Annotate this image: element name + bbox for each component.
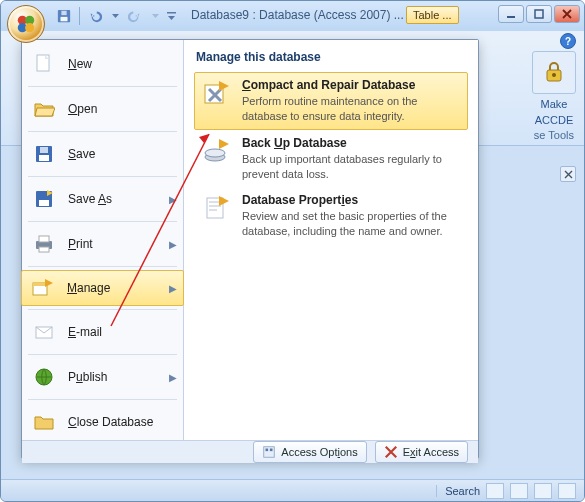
- svg-rect-5: [61, 17, 68, 21]
- qat-save-button[interactable]: [55, 7, 73, 25]
- svg-rect-19: [39, 236, 49, 242]
- menu-separator: [28, 266, 177, 267]
- minimize-button[interactable]: [498, 5, 524, 23]
- save-icon: [57, 9, 71, 23]
- view-button-1[interactable]: [486, 483, 504, 499]
- help-button[interactable]: ?: [560, 33, 576, 49]
- submenu-item-compact-repair[interactable]: Compact and Repair Database Perform rout…: [194, 72, 468, 130]
- menu-separator: [28, 399, 177, 400]
- menu-item-label: Publish: [68, 370, 107, 384]
- exit-access-button[interactable]: Exit Access: [375, 441, 468, 463]
- view-button-3[interactable]: [534, 483, 552, 499]
- minimize-icon: [506, 9, 516, 19]
- folder-closed-icon: [30, 410, 58, 434]
- maximize-icon: [534, 9, 544, 19]
- chevron-down-icon: [152, 13, 159, 20]
- menu-item-label: Manage: [67, 281, 110, 295]
- backup-icon: [200, 136, 232, 168]
- svg-rect-20: [39, 247, 49, 252]
- close-icon: [562, 9, 572, 19]
- menu-item-publish[interactable]: Publish ▶: [22, 359, 183, 395]
- office-menu-right: Manage this database Compact and Repair …: [184, 40, 478, 440]
- menu-item-open[interactable]: Open: [22, 91, 183, 127]
- app-window: Database9 : Database (Access 2007) ... T…: [0, 0, 585, 502]
- view-button-2[interactable]: [510, 483, 528, 499]
- menu-item-label: Save: [68, 147, 95, 161]
- qat-separator: [79, 7, 80, 25]
- submenu-item-title: Database Properties: [242, 193, 462, 207]
- svg-rect-30: [266, 449, 269, 452]
- submenu-arrow-icon: ▶: [169, 194, 177, 205]
- statusbar: Search: [1, 479, 584, 501]
- svg-rect-22: [33, 283, 47, 286]
- window-controls: [498, 5, 580, 23]
- view-button-4[interactable]: [558, 483, 576, 499]
- ribbon-group-label: se Tools: [534, 129, 574, 141]
- folder-open-icon: [30, 97, 58, 121]
- access-options-button[interactable]: Access Options: [253, 441, 366, 463]
- submenu-item-desc: Perform routine maintenance on the datab…: [242, 94, 462, 124]
- menu-item-manage[interactable]: Manage ▶: [21, 270, 184, 306]
- properties-icon: [200, 193, 232, 225]
- manage-icon: [29, 276, 57, 300]
- menu-item-save-as[interactable]: Save As ▶: [22, 181, 183, 217]
- make-accde-label-2: ACCDE: [532, 114, 576, 126]
- publish-icon: [30, 365, 58, 389]
- quick-access-toolbar: [55, 7, 176, 25]
- office-logo-icon: [15, 13, 37, 35]
- submenu-arrow-icon: ▶: [169, 372, 177, 383]
- save-disk-icon: [30, 142, 58, 166]
- submenu-item-desc: Back up important databases regularly to…: [242, 152, 462, 182]
- titlebar: Database9 : Database (Access 2007) ... T…: [1, 1, 584, 31]
- new-document-icon: [30, 52, 58, 76]
- menu-item-label: E-mail: [68, 325, 102, 339]
- menu-item-label: Save As: [68, 192, 112, 206]
- menu-item-save[interactable]: Save: [22, 136, 183, 172]
- submenu-item-db-properties[interactable]: Database Properties Review and set the b…: [194, 187, 468, 245]
- menu-item-label: Open: [68, 102, 97, 116]
- submenu-item-title: Compact and Repair Database: [242, 78, 462, 92]
- menu-separator: [28, 131, 177, 132]
- submenu-item-back-up[interactable]: Back Up Database Back up important datab…: [194, 130, 468, 188]
- exit-icon: [384, 445, 398, 459]
- svg-rect-6: [61, 11, 66, 15]
- qat-redo-dropdown[interactable]: [150, 7, 160, 25]
- submenu-item-desc: Review and set the basic properties of t…: [242, 209, 462, 239]
- qat-undo-dropdown[interactable]: [110, 7, 120, 25]
- qat-customize-dropdown[interactable]: [166, 7, 176, 25]
- make-accde-button[interactable]: [532, 51, 576, 94]
- chevron-down-icon: [112, 13, 119, 20]
- window-title: Database9 : Database (Access 2007) ...: [191, 8, 404, 22]
- svg-point-3: [25, 23, 34, 32]
- office-menu-left: New Open Save Save As ▶: [22, 40, 184, 440]
- lock-key-icon: [541, 58, 567, 84]
- menu-item-new[interactable]: New: [22, 46, 183, 82]
- make-accde-label-1: Make: [532, 98, 576, 110]
- close-icon: [564, 170, 573, 179]
- undo-icon: [88, 9, 102, 23]
- compact-repair-icon: [200, 78, 232, 110]
- svg-rect-8: [507, 16, 515, 18]
- submenu-title: Manage this database: [194, 48, 468, 72]
- redo-icon: [128, 9, 142, 23]
- menu-item-close-database[interactable]: Close Database: [22, 404, 183, 440]
- menu-item-print[interactable]: Print ▶: [22, 226, 183, 262]
- menu-item-label: New: [68, 57, 92, 71]
- menu-item-email[interactable]: E-mail: [22, 314, 183, 350]
- office-button[interactable]: [7, 5, 45, 43]
- save-as-icon: [30, 187, 58, 211]
- qat-redo-button[interactable]: [126, 7, 144, 25]
- contextual-tab-label[interactable]: Table ...: [406, 6, 459, 24]
- ribbon-make-accde-group: Make ACCDE: [532, 51, 576, 126]
- svg-point-27: [205, 149, 225, 157]
- maximize-button[interactable]: [526, 5, 552, 23]
- qat-undo-button[interactable]: [86, 7, 104, 25]
- navpane-close-button[interactable]: [560, 166, 576, 182]
- svg-rect-15: [40, 147, 48, 153]
- svg-rect-17: [39, 200, 49, 206]
- close-button[interactable]: [554, 5, 580, 23]
- svg-point-11: [552, 73, 556, 77]
- menu-separator: [28, 309, 177, 310]
- access-options-label: Access Options: [281, 446, 357, 458]
- statusbar-search-label: Search: [436, 485, 480, 497]
